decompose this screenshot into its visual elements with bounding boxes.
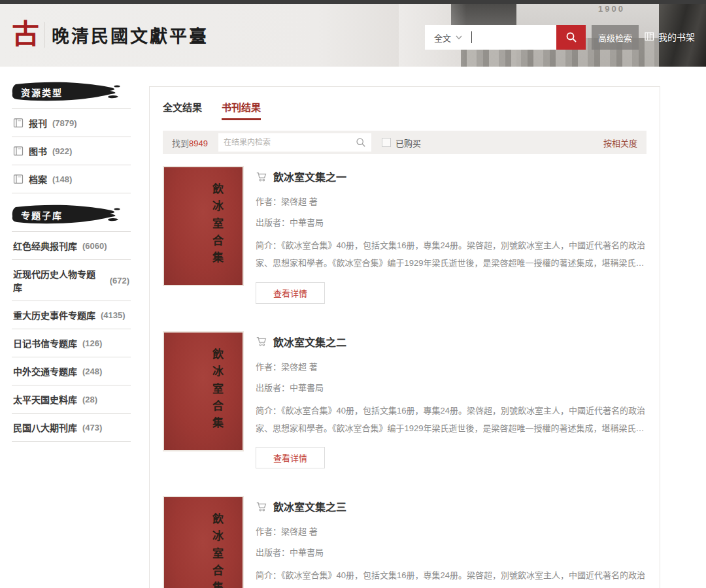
sidebar-item-count: (922) bbox=[52, 146, 72, 156]
my-bookshelf-label: 我的书架 bbox=[658, 30, 695, 43]
intro-label: 简介： bbox=[256, 570, 281, 580]
site-logo[interactable]: 古 晚清民國文獻平臺 bbox=[12, 21, 209, 48]
sidebar-item-count: (4135) bbox=[101, 310, 126, 320]
intro-value: 《飲冰室合集》40册，包括文集16册，專集24册。梁啓超，別號飲冰室主人，中國近… bbox=[256, 570, 645, 588]
search-button[interactable] bbox=[556, 25, 586, 50]
publisher-value: 中華書局 bbox=[290, 218, 324, 227]
refine-search-input[interactable] bbox=[224, 138, 356, 147]
tab-book-results[interactable]: 书刊结果 bbox=[222, 100, 261, 120]
author-value: 梁啓超 著 bbox=[281, 197, 318, 206]
view-details-button[interactable]: 查看详情 bbox=[256, 282, 325, 304]
result-card: 飲冰室合集 飲冰室文集之二 作者：梁啓超 著 出版者：中華書局 简介：《飲冰室合… bbox=[163, 331, 647, 469]
result-card: 飲冰室合集 飲冰室文集之一 作者：梁啓超 著 出版者：中華書局 简介：《飲冰室合… bbox=[163, 166, 647, 304]
author-value: 梁啓超 著 bbox=[281, 362, 318, 372]
book-cover[interactable]: 飲冰室合集 bbox=[163, 166, 244, 286]
sidebar-item-red-classics[interactable]: 红色经典报刊库 (6060) bbox=[12, 232, 131, 260]
advanced-search-button[interactable]: 高级检索 bbox=[592, 25, 639, 50]
sidebar-item-books[interactable]: 图书 (922) bbox=[12, 137, 131, 165]
publisher-value: 中華書局 bbox=[290, 383, 324, 393]
sidebar-item-periodicals[interactable]: 报刊 (7879) bbox=[12, 109, 131, 137]
sidebar-item-historical-events[interactable]: 重大历史事件专题库 (4135) bbox=[12, 301, 131, 329]
sidebar-item-label: 报刊 bbox=[29, 116, 47, 129]
section-title: 专题子库 bbox=[21, 208, 63, 221]
intro-row: 简介：《飲冰室合集》40册，包括文集16册，專集24册。梁啓超，別號飲冰室主人，… bbox=[256, 566, 647, 588]
book-cover-title: 飲冰室合集 bbox=[209, 183, 225, 269]
purchased-filter[interactable]: 已购买 bbox=[382, 137, 421, 149]
sidebar-item-label: 中外交通专题库 bbox=[13, 365, 77, 378]
publisher-label: 出版者： bbox=[256, 218, 290, 227]
result-title[interactable]: 飲冰室文集之一 bbox=[273, 169, 346, 184]
sidebar-item-count: (148) bbox=[52, 174, 72, 184]
result-card: 飲冰室合集 飲冰室文集之三 作者：梁啓超 著 出版者：中華書局 简介：《飲冰室合… bbox=[163, 496, 647, 588]
section-title: 资源类型 bbox=[21, 86, 63, 99]
refine-search-box bbox=[218, 133, 371, 152]
cart-icon bbox=[256, 171, 267, 182]
intro-value: 《飲冰室合集》40册，包括文集16册，專集24册。梁啓超，別號飲冰室主人，中國近… bbox=[256, 406, 645, 438]
publisher-row: 出版者：中華書局 bbox=[256, 546, 647, 558]
resource-type-list: 报刊 (7879) 图书 (922) 档案 (148) bbox=[12, 108, 131, 193]
sidebar-item-label: 太平天国史料库 bbox=[13, 393, 77, 406]
author-label: 作者： bbox=[256, 527, 281, 536]
sidebar-item-historical-figures[interactable]: 近现代历史人物专题库 (672) bbox=[12, 260, 131, 301]
result-body: 飲冰室文集之一 作者：梁啓超 著 出版者：中華書局 简介：《飲冰室合集》40册，… bbox=[256, 166, 647, 304]
my-bookshelf-button[interactable]: 我的书架 bbox=[645, 30, 695, 43]
sidebar-item-count: (473) bbox=[82, 423, 102, 433]
publisher-value: 中華書局 bbox=[290, 547, 324, 557]
author-label: 作者： bbox=[256, 197, 281, 206]
photo-year-label: 1900 bbox=[598, 4, 625, 14]
search-icon bbox=[565, 31, 577, 43]
purchased-checkbox[interactable] bbox=[382, 138, 391, 147]
book-cover[interactable]: 飲冰室合集 bbox=[163, 331, 244, 451]
sidebar-item-count: (6060) bbox=[82, 241, 107, 251]
search-icon bbox=[356, 137, 366, 148]
sidebar-item-count: (7879) bbox=[52, 118, 77, 128]
sidebar-item-count: (672) bbox=[110, 276, 129, 286]
page: 1900 古 晚清民國文獻平臺 全文 高级检索 bbox=[0, 0, 706, 588]
sidebar-item-diaries-letters[interactable]: 日记书信专题库 (126) bbox=[12, 329, 131, 357]
book-icon bbox=[13, 174, 24, 184]
book-cover[interactable]: 飲冰室合集 bbox=[163, 496, 244, 588]
sidebar-item-label: 近现代历史人物专题库 bbox=[13, 267, 105, 293]
author-value: 梁啓超 著 bbox=[281, 527, 318, 536]
author-row: 作者：梁啓超 著 bbox=[256, 195, 647, 207]
cart-icon bbox=[256, 501, 267, 512]
search-input[interactable] bbox=[472, 33, 556, 42]
sidebar-item-label: 档案 bbox=[29, 172, 47, 186]
result-title[interactable]: 飲冰室文集之二 bbox=[273, 334, 346, 350]
intro-label: 简介： bbox=[256, 406, 281, 416]
sidebar-item-label: 重大历史事件专题库 bbox=[13, 308, 95, 321]
view-details-button[interactable]: 查看详情 bbox=[256, 447, 325, 468]
result-title-row: 飲冰室文集之二 bbox=[256, 334, 647, 350]
sidebar-item-eight-periodicals[interactable]: 民国八大期刊库 (473) bbox=[12, 414, 131, 442]
section-header-resource-type: 资源类型 bbox=[12, 81, 123, 102]
result-count-number: 8949 bbox=[189, 139, 208, 148]
sidebar-item-label: 图书 bbox=[29, 144, 47, 157]
tab-fulltext-results[interactable]: 全文结果 bbox=[163, 100, 202, 120]
author-row: 作者：梁啓超 著 bbox=[256, 525, 647, 537]
filter-bar: 找到8949 已购买 按相关度 bbox=[163, 131, 647, 154]
sidebar-item-sino-foreign[interactable]: 中外交通专题库 (248) bbox=[12, 357, 131, 385]
sort-by-relevance[interactable]: 按相关度 bbox=[603, 137, 637, 149]
intro-row: 简介：《飲冰室合集》40册，包括文集16册，專集24册。梁啓超，別號飲冰室主人，… bbox=[256, 237, 647, 272]
publisher-label: 出版者： bbox=[256, 547, 290, 557]
result-title[interactable]: 飲冰室文集之三 bbox=[273, 498, 346, 514]
search-scope-select[interactable]: 全文 bbox=[425, 31, 469, 44]
special-collections-list: 红色经典报刊库 (6060) 近现代历史人物专题库 (672) 重大历史事件专题… bbox=[12, 231, 131, 442]
result-count-prefix: 找到 bbox=[172, 139, 189, 148]
sidebar-item-archives[interactable]: 档案 (148) bbox=[12, 165, 131, 193]
book-icon bbox=[13, 118, 24, 128]
chevron-down-icon bbox=[456, 35, 462, 40]
sidebar-item-label: 红色经典报刊库 bbox=[13, 239, 77, 252]
sidebar-item-taiping[interactable]: 太平天国史料库 (28) bbox=[12, 385, 131, 414]
site-title: 晚清民國文獻平臺 bbox=[44, 22, 209, 48]
result-body: 飲冰室文集之二 作者：梁啓超 著 出版者：中華書局 简介：《飲冰室合集》40册，… bbox=[256, 331, 647, 469]
sidebar-item-count: (28) bbox=[82, 395, 97, 404]
publisher-row: 出版者：中華書局 bbox=[256, 216, 647, 228]
publisher-label: 出版者： bbox=[256, 383, 290, 393]
book-cover-title: 飲冰室合集 bbox=[209, 348, 225, 434]
result-title-row: 飲冰室文集之一 bbox=[256, 169, 647, 184]
intro-label: 简介： bbox=[256, 240, 281, 250]
header-banner: 1900 古 晚清民國文獻平臺 全文 高级检索 bbox=[0, 4, 706, 67]
publisher-row: 出版者：中華書局 bbox=[256, 381, 647, 393]
result-count: 找到8949 bbox=[172, 137, 208, 149]
